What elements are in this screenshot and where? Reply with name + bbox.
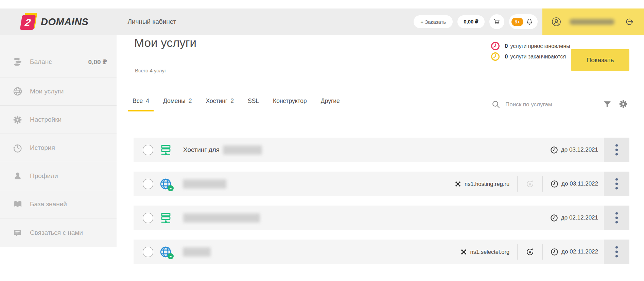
select-checkbox[interactable]	[143, 247, 153, 257]
show-button[interactable]: Показать	[571, 49, 629, 71]
top-bar: 2 DOMAINS Личный кабинет + Заказать 0,00…	[0, 8, 644, 35]
clock-icon	[550, 146, 558, 154]
service-name-blurred	[223, 145, 262, 155]
alerts-block: 0 услуги приостановлены 0 услуги заканчи…	[491, 41, 570, 62]
clock-icon	[550, 214, 558, 222]
row-menu-button[interactable]	[604, 138, 629, 162]
sidebar-item-profiles[interactable]: Профили	[0, 162, 117, 190]
logo[interactable]: 2 DOMAINS	[21, 13, 88, 31]
sidebar-item-contact-us[interactable]: Связаться с нами	[0, 218, 117, 247]
service-name-blurred	[183, 247, 211, 257]
balance-pill[interactable]: 0,00 ₽	[457, 15, 485, 28]
sidebar: Баланс 0,00 ₽ Мои услуги Настройки Истор	[0, 35, 117, 247]
alert-suspended: 0 услуги приостановлены	[491, 41, 570, 51]
divider	[542, 244, 543, 260]
expiry-date: до 03.12.2021	[550, 146, 598, 154]
settings-button[interactable]	[619, 100, 628, 108]
chat-icon	[13, 228, 23, 238]
user-area[interactable]	[542, 8, 644, 35]
sidebar-item-settings[interactable]: Настройки	[0, 106, 117, 134]
lock-badge-icon	[168, 253, 174, 259]
expiry-date: до 02.12.2021	[550, 214, 598, 222]
globe-icon	[13, 87, 23, 96]
divider	[542, 176, 543, 192]
hosting-icon	[160, 212, 172, 224]
divider	[517, 176, 518, 192]
page-title: Мои услуги	[134, 36, 196, 50]
row-menu-button[interactable]	[604, 240, 629, 264]
filter-icon	[604, 101, 611, 108]
autorenew-icon[interactable]: A	[525, 247, 535, 257]
service-name[interactable]: Хостинг для	[183, 146, 220, 154]
kebab-menu-icon	[615, 178, 618, 190]
clock-icon	[551, 248, 558, 256]
notifications-badge: 9+	[511, 18, 523, 26]
tab-other[interactable]: Другие	[316, 98, 344, 111]
alert-expiring: 0 услуги заканчиваются	[491, 51, 570, 62]
domain-icon	[160, 246, 172, 258]
logout-icon	[625, 17, 634, 26]
ns-icon	[460, 248, 467, 256]
user-icon	[551, 17, 561, 27]
select-checkbox[interactable]	[143, 179, 153, 189]
search-icon	[492, 100, 500, 109]
service-row-1: Хостинг для до 03.12.2021	[134, 138, 629, 162]
notifications-button[interactable]: 9+	[509, 14, 538, 29]
service-tabs: Все4 Домены2 Хостинг2 SSL Конструктор Др…	[128, 98, 349, 111]
gear-icon	[619, 100, 628, 108]
filter-button[interactable]	[604, 101, 611, 108]
tab-all[interactable]: Все4	[128, 98, 154, 111]
order-button[interactable]: + Заказать	[414, 15, 453, 28]
search-input[interactable]	[505, 101, 593, 108]
kebab-menu-icon	[615, 144, 618, 156]
sidebar-item-services[interactable]: Мои услуги	[0, 77, 117, 106]
logo-text: DOMAINS	[41, 16, 88, 28]
row-menu-button[interactable]	[604, 172, 629, 196]
person-icon	[13, 171, 23, 181]
select-checkbox[interactable]	[143, 145, 153, 155]
ns-icon	[454, 180, 462, 188]
service-name-blurred	[183, 179, 226, 189]
logout-button[interactable]	[623, 17, 636, 27]
yellow-clock-icon	[491, 52, 500, 61]
topbar-actions: + Заказать 0,00 ₽ 9+	[414, 14, 538, 29]
domain-icon	[160, 178, 172, 190]
service-row-4: ns1.selectel.org A до 02.11.2022	[134, 240, 629, 264]
cabinet-title: Личный кабинет	[127, 18, 176, 25]
bell-icon	[526, 18, 533, 26]
lock-badge-icon	[168, 185, 174, 191]
expiry-date: до 02.11.2022	[551, 248, 598, 256]
nameservers: ns1.selectel.org	[460, 248, 510, 256]
tab-ssl[interactable]: SSL	[243, 98, 263, 111]
sidebar-item-knowledge-base[interactable]: База знаний	[0, 190, 117, 218]
cart-icon	[493, 18, 501, 25]
tab-domains[interactable]: Домены2	[159, 98, 196, 111]
gear-icon	[13, 115, 23, 124]
select-checkbox[interactable]	[143, 213, 153, 223]
kebab-menu-icon	[615, 246, 618, 258]
book-icon	[13, 199, 23, 209]
autorenew-icon[interactable]: A	[525, 179, 535, 189]
sidebar-balance-value: 0,00 ₽	[88, 58, 107, 66]
tab-builder[interactable]: Конструктор	[268, 98, 311, 111]
sidebar-item-balance[interactable]: Баланс 0,00 ₽	[0, 35, 117, 77]
svg-text:A: A	[528, 182, 531, 186]
kebab-menu-icon	[615, 212, 618, 224]
service-row-3: до 02.12.2021	[134, 206, 629, 230]
row-menu-button[interactable]	[604, 206, 629, 230]
services-total: Всего 4 услуг	[135, 68, 167, 73]
nameservers: ns1.hosting.reg.ru	[454, 180, 509, 188]
cart-button[interactable]	[489, 14, 504, 29]
logo-2-icon: 2	[21, 13, 37, 31]
clock-icon	[551, 180, 558, 188]
sidebar-item-history[interactable]: История	[0, 134, 117, 162]
red-clock-icon	[491, 41, 500, 51]
search-box	[492, 98, 599, 111]
divider	[517, 244, 518, 260]
username-blurred	[570, 19, 614, 25]
service-name-blurred	[183, 213, 260, 223]
svg-text:A: A	[528, 250, 531, 254]
tab-hosting[interactable]: Хостинг2	[201, 98, 238, 111]
coins-icon	[13, 57, 23, 67]
expiry-date: до 03.11.2022	[551, 180, 598, 188]
